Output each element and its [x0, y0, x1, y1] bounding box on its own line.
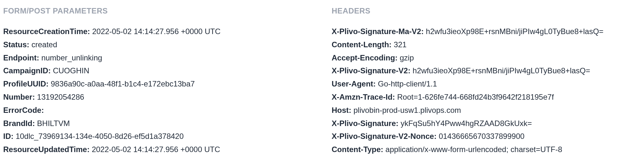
param-row: BrandId: BHILTVM	[3, 117, 313, 130]
header-key: X-Plivo-Signature-V2:	[332, 66, 410, 75]
param-key: ErrorCode:	[3, 106, 44, 114]
header-row: Content-Type: application/x-www-form-url…	[332, 143, 641, 156]
header-value: Go-http-client/1.1	[376, 79, 437, 88]
header-row: Content-Length: 321	[332, 38, 641, 51]
header-value: ykFqSu5hY4Pww4hgRZAAD8GkUxk=	[399, 119, 532, 128]
header-row: X-Plivo-Signature-V2: h2wfu3ieoXp98E+rsn…	[332, 64, 641, 77]
header-value: gzip	[398, 53, 414, 62]
param-key: ResourceCreationTime:	[3, 27, 90, 36]
param-value: 2022-05-02 14:14:27.956 +0000 UTC	[90, 27, 220, 36]
header-value: 321	[392, 40, 407, 49]
param-key: BrandId:	[3, 119, 35, 128]
header-key: Host:	[332, 106, 351, 114]
param-key: CampaignID:	[3, 66, 51, 75]
param-value: CUOGHIN	[51, 66, 89, 75]
header-value: 01436665670337899900	[437, 132, 525, 140]
param-key: ID:	[3, 132, 13, 140]
header-value: h2wfu3ieoXp98E+rsnMBni/jiPIw4gL0TyBue8+l…	[410, 66, 590, 75]
header-row: X-Plivo-Signature-V2-Nonce: 014366656703…	[332, 130, 641, 143]
header-key: X-Plivo-Signature:	[332, 119, 399, 128]
request-details-container: FORM/POST PARAMETERS ResourceCreationTim…	[3, 6, 641, 156]
param-value: 9836a90c-a0aa-48f1-b1c4-e172ebc13ba7	[49, 79, 195, 88]
header-key: X-Plivo-Signature-V2-Nonce:	[332, 132, 437, 140]
header-value: application/x-www-form-urlencoded; chars…	[383, 145, 562, 154]
param-row: ResourceCreationTime: 2022-05-02 14:14:2…	[3, 25, 313, 38]
param-row: ProfileUUID: 9836a90c-a0aa-48f1-b1c4-e17…	[3, 77, 313, 91]
param-key: ProfileUUID:	[3, 79, 49, 88]
header-row: X-Amzn-Trace-Id: Root=1-626fe744-668fd24…	[332, 91, 641, 104]
param-key: ResourceUpdatedTime:	[3, 145, 90, 154]
param-value: created	[29, 40, 57, 49]
param-value: BHILTVM	[35, 119, 70, 128]
param-row: Endpoint: number_unlinking	[3, 51, 313, 65]
header-row: Host: plivobin-prod-usw1.plivops.com	[332, 104, 641, 117]
param-key: Status:	[3, 40, 29, 49]
header-value: Root=1-626fe744-668fd24b3f9642f218195e7f	[395, 93, 554, 101]
headers-title: HEADERS	[332, 6, 641, 15]
param-row: ErrorCode:	[3, 104, 313, 117]
param-value: 13192054286	[35, 93, 84, 101]
param-key: Number:	[3, 93, 35, 101]
header-row: Accept-Encoding: gzip	[332, 51, 641, 65]
header-value: h2wfu3ieoXp98E+rsnMBni/jiPIw4gL0TyBue8+l…	[424, 27, 604, 36]
header-key: Content-Type:	[332, 145, 384, 154]
headers-column: HEADERS X-Plivo-Signature-Ma-V2: h2wfu3i…	[332, 6, 641, 156]
param-value: number_unlinking	[39, 53, 102, 62]
header-row: User-Agent: Go-http-client/1.1	[332, 77, 641, 91]
param-row: ID: 10dlc_73969134-134e-4050-8d26-ef5d1a…	[3, 130, 313, 143]
param-row: Number: 13192054286	[3, 91, 313, 104]
param-value: 10dlc_73969134-134e-4050-8d26-ef5d1a3784…	[13, 132, 184, 140]
form-post-column: FORM/POST PARAMETERS ResourceCreationTim…	[3, 6, 313, 156]
header-key: X-Amzn-Trace-Id:	[332, 93, 395, 101]
param-row: ResourceUpdatedTime: 2022-05-02 14:14:27…	[3, 143, 313, 156]
param-row: Status: created	[3, 38, 313, 51]
header-key: X-Plivo-Signature-Ma-V2:	[332, 27, 424, 36]
header-value: plivobin-prod-usw1.plivops.com	[351, 106, 461, 114]
param-row: CampaignID: CUOGHIN	[3, 64, 313, 77]
headers-list: X-Plivo-Signature-Ma-V2: h2wfu3ieoXp98E+…	[332, 25, 641, 156]
header-key: Content-Length:	[332, 40, 392, 49]
param-value: 2022-05-02 14:14:27.956 +0000 UTC	[90, 145, 220, 154]
form-post-list: ResourceCreationTime: 2022-05-02 14:14:2…	[3, 25, 313, 156]
form-post-title: FORM/POST PARAMETERS	[3, 6, 313, 15]
header-key: User-Agent:	[332, 79, 376, 88]
header-row: X-Plivo-Signature-Ma-V2: h2wfu3ieoXp98E+…	[332, 25, 641, 38]
header-key: Accept-Encoding:	[332, 53, 398, 62]
header-row: X-Plivo-Signature: ykFqSu5hY4Pww4hgRZAAD…	[332, 117, 641, 130]
param-key: Endpoint:	[3, 53, 39, 62]
